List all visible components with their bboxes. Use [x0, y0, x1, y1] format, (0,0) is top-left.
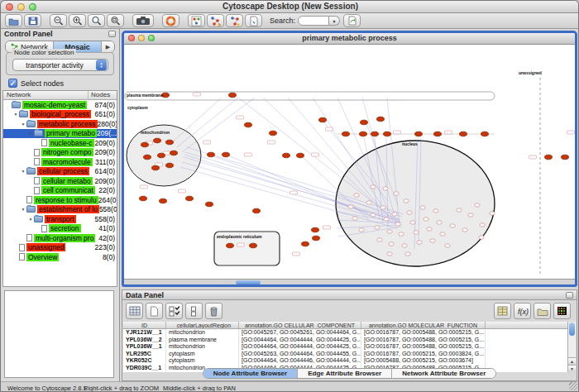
expander-icon[interactable]: ▼: [20, 207, 26, 212]
network-node-selected[interactable]: [360, 131, 367, 136]
network-node-selected[interactable]: [166, 140, 174, 145]
network-node-selected[interactable]: [154, 138, 161, 143]
network-node-selected[interactable]: [152, 165, 160, 170]
tree-row[interactable]: ▼cellular process614(0): [3, 167, 117, 177]
region-nucleus[interactable]: [336, 141, 495, 266]
function-builder-button[interactable]: f(x): [514, 303, 531, 319]
network-node-unselected[interactable]: [420, 206, 425, 209]
select-attributes-button[interactable]: [165, 303, 183, 319]
network-window-titlebar[interactable]: primary metabolic process: [124, 33, 575, 45]
tree-row[interactable]: ▼transport558(0): [3, 214, 117, 224]
table-row[interactable]: YLR295Ccytoplasm[GO:0045263, GO:0044464,…: [123, 351, 569, 358]
table-vertical-scrollbar[interactable]: ▲ ▼: [567, 322, 576, 372]
attribute-matrix-button[interactable]: [126, 303, 143, 319]
network-node-selected[interactable]: [377, 117, 385, 122]
network-node-unselected[interactable]: [433, 209, 438, 213]
network-node-unselected[interactable]: [354, 194, 359, 197]
network-node-selected[interactable]: [319, 117, 327, 122]
network-node-unselected[interactable]: [414, 231, 419, 234]
table-row[interactable]: YJR121W__1mitochondrion[GO:0045267, GO:0…: [123, 329, 569, 337]
network-node-selected[interactable]: [186, 196, 194, 201]
network-node-unselected[interactable]: [430, 239, 435, 242]
network-node-unselected[interactable]: [377, 238, 382, 241]
network-node-selected[interactable]: [245, 122, 252, 127]
import-table-button[interactable]: [494, 303, 511, 319]
tree-row[interactable]: secretion41(0): [3, 224, 117, 234]
tab-edge-attribute-browser[interactable]: Edge Attribute Browser: [298, 369, 392, 378]
network-node-selected[interactable]: [141, 142, 149, 147]
tree-row[interactable]: multi-organism pro42(0): [3, 233, 117, 243]
network-node-unselected[interactable]: [407, 211, 412, 214]
network-node-selected[interactable]: [144, 155, 151, 160]
tree-row[interactable]: ▼establishment of lo558(0): [3, 205, 117, 215]
node-color-dropdown[interactable]: transporter activity ▲▼: [12, 59, 108, 71]
network-node-selected[interactable]: [415, 131, 423, 136]
network-node-unselected[interactable]: [359, 228, 364, 232]
expander-icon[interactable]: ▼: [20, 122, 26, 127]
network-node-selected[interactable]: [384, 131, 391, 136]
network-node-unselected[interactable]: [387, 252, 392, 256]
network-node-selected[interactable]: [342, 131, 350, 136]
scroll-up-icon[interactable]: ▲: [568, 357, 576, 365]
network-node-selected[interactable]: [270, 131, 277, 136]
network-node-unselected[interactable]: [348, 205, 353, 208]
network-node-selected[interactable]: [361, 120, 368, 125]
network-node-unselected[interactable]: [410, 221, 415, 224]
tree-row[interactable]: cellular metabo209(0): [3, 176, 117, 186]
network-node-unselected[interactable]: [423, 218, 428, 221]
network-node-unselected[interactable]: [440, 232, 445, 236]
tree-row[interactable]: mosaic-demo-yeast874(0): [3, 100, 117, 110]
snapshot-button[interactable]: [132, 14, 154, 27]
expander-icon[interactable]: ▼: [12, 112, 19, 117]
scrollbar-thumb[interactable]: [569, 323, 575, 336]
table-row[interactable]: YPL036W__2plasma membrane[GO:0044464, GO…: [123, 337, 569, 344]
search-input[interactable]: [298, 16, 329, 26]
expander-icon[interactable]: ▼: [27, 217, 34, 222]
tree-col-nodes[interactable]: Nodes: [89, 91, 117, 99]
table-row[interactable]: YPL036W__1mitochondrion[GO:0044464, GO:0…: [123, 343, 569, 351]
network-node-selected[interactable]: [460, 131, 467, 136]
zoom-fit-button[interactable]: [88, 14, 105, 27]
tree-row[interactable]: ▼primary metabo209(...: [3, 129, 117, 139]
network-node-unselected[interactable]: [375, 226, 380, 229]
column-header[interactable]: _cellularLayoutRegion: [166, 322, 239, 328]
network-node-unselected[interactable]: [366, 201, 371, 204]
tree-col-network[interactable]: Network: [3, 91, 89, 99]
network-node-unselected[interactable]: [392, 213, 397, 216]
expander-icon[interactable]: ▼: [27, 131, 34, 136]
network-node-selected[interactable]: [140, 196, 147, 201]
network-node-unselected[interactable]: [394, 192, 399, 195]
select-nodes-checkbox[interactable]: ✓: [8, 79, 17, 88]
network-edge[interactable]: [172, 98, 222, 142]
tab-network-attribute-browser[interactable]: Network Attribute Browser: [392, 369, 495, 378]
zoom-in-button[interactable]: [69, 14, 86, 27]
heatmap-button[interactable]: [553, 303, 571, 319]
tree-row[interactable]: nucleobase-c209(0): [3, 138, 117, 148]
tree-row[interactable]: response to stimulu264(0): [3, 195, 117, 205]
tree-row[interactable]: nitrogen compo209(0): [3, 148, 117, 158]
open-button[interactable]: [5, 14, 22, 27]
network-node-selected[interactable]: [166, 163, 174, 168]
network-node-unselected[interactable]: [384, 218, 389, 221]
open-attribute-button[interactable]: [534, 303, 551, 319]
expander-icon[interactable]: ▼: [20, 169, 26, 174]
birds-eye-view[interactable]: [4, 290, 114, 378]
network-node-unselected[interactable]: [427, 227, 432, 231]
unselect-attributes-button[interactable]: [185, 303, 203, 319]
network-node-selected[interactable]: [158, 153, 165, 158]
network-node-selected[interactable]: [223, 152, 230, 157]
search-config-button[interactable]: [343, 14, 361, 27]
zoom-out-button[interactable]: [50, 14, 67, 27]
tree-row[interactable]: Overview8(0): [3, 252, 117, 262]
network-node-selected[interactable]: [371, 131, 379, 136]
network-node-selected[interactable]: [481, 131, 489, 136]
network-node-selected[interactable]: [227, 243, 234, 248]
canvas-horizontal-scrollbar[interactable]: [124, 279, 575, 284]
column-header[interactable]: ID: [123, 322, 166, 328]
network-node-unselected[interactable]: [480, 223, 485, 227]
network-node-unselected[interactable]: [352, 217, 357, 220]
network-node-unselected[interactable]: [399, 232, 404, 236]
network-node-unselected[interactable]: [450, 224, 455, 227]
tree-row[interactable]: ▼biological_process651(0): [3, 110, 117, 120]
network-node-selected[interactable]: [229, 93, 237, 98]
